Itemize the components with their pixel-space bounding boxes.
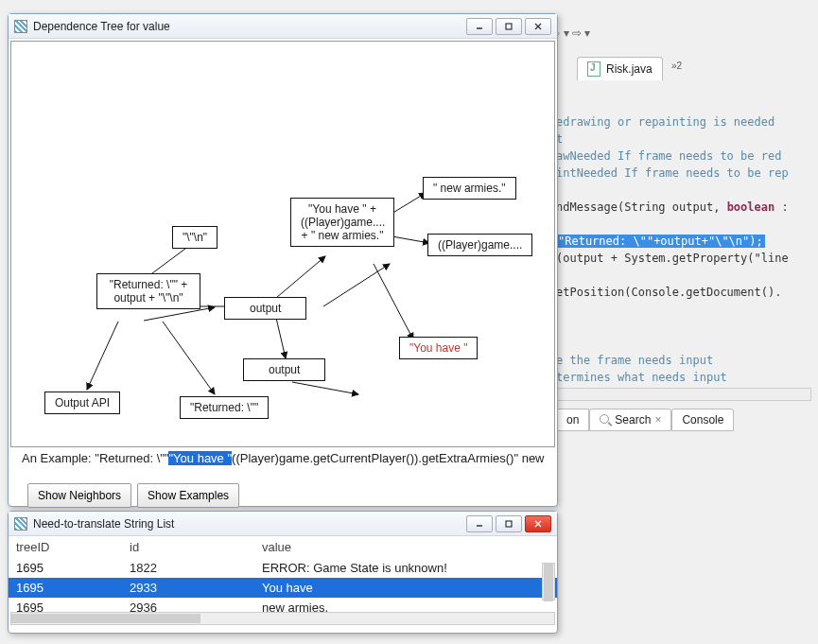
list-hscroll[interactable] xyxy=(10,612,555,625)
editor-hscroll[interactable] xyxy=(556,388,811,401)
close-button[interactable] xyxy=(525,515,551,532)
maximize-button[interactable] xyxy=(496,515,522,532)
svg-line-15 xyxy=(374,264,413,339)
node-returned-short[interactable]: "Returned: \"" xyxy=(180,396,269,419)
node-new-armies[interactable]: " new armies." xyxy=(423,177,516,200)
svg-line-5 xyxy=(144,307,215,321)
minimize-button[interactable] xyxy=(466,515,493,532)
cell-id: 1822 xyxy=(122,558,254,578)
maximize-button[interactable] xyxy=(496,18,522,35)
string-list-window: Need-to-translate String List treeID id … xyxy=(8,511,558,634)
dependence-tree-window: Dependence Tree for value xyxy=(8,13,558,507)
node-player-cast[interactable]: ((Player)game.... xyxy=(427,234,532,256)
cell-value: ERROR: Game State is unknown! xyxy=(254,558,557,578)
svg-line-10 xyxy=(87,322,118,390)
table-header-row[interactable]: treeID id value xyxy=(9,536,557,558)
list-window-title: Need-to-translate String List xyxy=(33,517,174,531)
dep-window-title: Dependence Tree for value xyxy=(33,20,170,33)
cell-treeID: 1695 xyxy=(9,558,122,578)
bottom-tab-search-label: Search xyxy=(615,413,651,426)
show-examples-button[interactable]: Show Examples xyxy=(137,483,239,508)
show-neighbors-button[interactable]: Show Neighbors xyxy=(27,483,131,508)
node-escaped-newline[interactable]: "\"\n" xyxy=(172,226,218,249)
col-id[interactable]: id xyxy=(122,536,254,558)
close-button[interactable] xyxy=(525,18,551,35)
cell-id: 2933 xyxy=(122,578,254,598)
svg-line-7 xyxy=(276,256,325,298)
svg-line-12 xyxy=(292,382,358,394)
svg-rect-17 xyxy=(506,521,512,527)
search-icon xyxy=(600,414,611,426)
cell-value: You have xyxy=(254,578,557,598)
dep-titlebar[interactable]: Dependence Tree for value xyxy=(9,14,557,39)
col-value[interactable]: value xyxy=(254,536,557,558)
bottom-tab-bar: on Search × Console xyxy=(556,409,734,431)
bottom-tab-search[interactable]: Search × xyxy=(589,409,671,431)
string-table-wrap: treeID id value 16951822ERROR: Game Stat… xyxy=(9,536,557,627)
node-you-have-red[interactable]: "You have " xyxy=(399,337,478,359)
bottom-tab-console[interactable]: Console xyxy=(671,409,734,431)
example-text: An Example: "Returned: \"""You have "((P… xyxy=(22,451,548,465)
node-output-2[interactable]: output xyxy=(243,358,325,381)
editor-tab-risk[interactable]: Risk.java xyxy=(577,57,663,80)
editor-tab-label: Risk.java xyxy=(606,62,653,76)
svg-line-11 xyxy=(163,322,215,394)
editor-code-fragment: edrawing or repainting is needed t awNee… xyxy=(556,113,789,386)
list-vscroll[interactable] xyxy=(542,563,555,600)
minimize-button[interactable] xyxy=(466,18,493,35)
tab-overflow-count[interactable]: »2 xyxy=(671,61,682,71)
app-icon xyxy=(14,517,27,531)
bg-toolbar-fragment: ◦ ▾ ⇨ ▾ xyxy=(556,26,590,40)
node-output-1[interactable]: output xyxy=(224,297,306,320)
string-table[interactable]: treeID id value 16951822ERROR: Game Stat… xyxy=(9,536,557,618)
svg-rect-1 xyxy=(506,24,512,29)
bottom-tab-on[interactable]: on xyxy=(556,409,589,431)
table-row[interactable]: 16952933You have xyxy=(9,578,557,598)
java-file-icon xyxy=(587,61,600,77)
tree-canvas[interactable]: "\"\n" "Returned: \"" + output + "\"\n" … xyxy=(10,41,555,447)
close-icon[interactable]: × xyxy=(654,413,661,426)
node-you-have-block[interactable]: "You have " + ((Player)game.... + " new … xyxy=(290,198,394,247)
svg-line-8 xyxy=(276,318,286,358)
list-titlebar[interactable]: Need-to-translate String List xyxy=(9,512,557,536)
node-output-api[interactable]: Output API xyxy=(44,392,120,414)
app-icon xyxy=(14,20,27,33)
cell-treeID: 1695 xyxy=(9,578,122,598)
table-row[interactable]: 16951822ERROR: Game State is unknown! xyxy=(9,558,557,578)
svg-line-9 xyxy=(323,264,390,306)
col-treeid[interactable]: treeID xyxy=(9,536,122,558)
node-returned-output[interactable]: "Returned: \"" + output + "\"\n" xyxy=(96,273,200,309)
